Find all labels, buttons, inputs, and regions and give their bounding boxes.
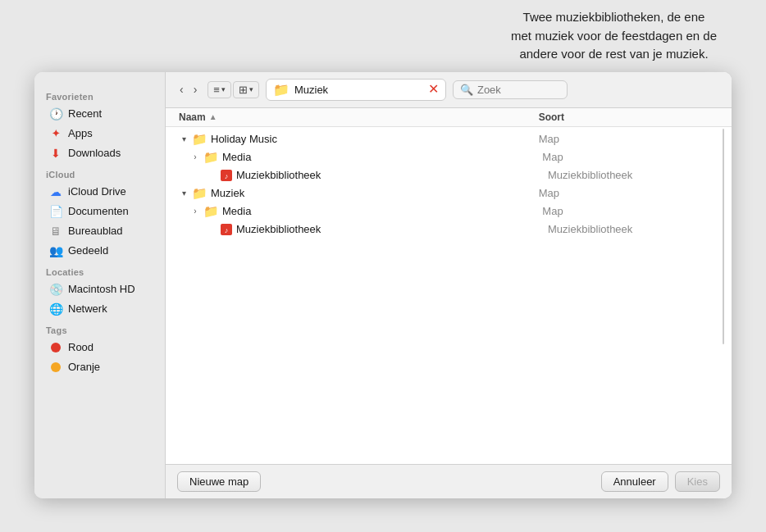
- sidebar-item-documenten-label: Documenten: [68, 205, 129, 217]
- sidebar-item-tag-oranje[interactable]: Oranje: [38, 358, 162, 376]
- table-row[interactable]: ▾ 📁 Holiday Music Map: [166, 130, 732, 148]
- file-name: Muziekbibliotheek: [236, 169, 321, 181]
- documenten-icon: 📄: [49, 205, 62, 218]
- grid-view-icon: ⊞: [239, 84, 248, 96]
- sidebar-item-tag-oranje-label: Oranje: [68, 361, 100, 373]
- forward-button[interactable]: ›: [189, 81, 202, 98]
- scrollbar-track: [723, 129, 724, 344]
- sidebar-item-macintosh-hd-label: Macintosh HD: [68, 283, 135, 295]
- sidebar-item-downloads[interactable]: ⬇ Downloads: [38, 144, 162, 162]
- table-row[interactable]: ♪ Muziekbibliotheek Muziekbibliotheek: [166, 221, 732, 239]
- folder-icon: 📁: [203, 150, 219, 165]
- list-view-icon: ≡: [213, 84, 220, 96]
- sidebar-item-netwerk-label: Netwerk: [68, 302, 107, 315]
- sidebar-item-tag-rood[interactable]: Rood: [38, 339, 162, 357]
- sidebar-item-bureaublad-label: Bureaublad: [68, 225, 123, 237]
- file-name: Media: [222, 205, 251, 217]
- file-name-cell: › 📁 Media: [190, 150, 542, 165]
- sidebar-item-gedeeld-label: Gedeeld: [68, 244, 108, 257]
- back-button[interactable]: ‹: [176, 81, 188, 98]
- file-name-cell: ♪ Muziekbibliotheek: [207, 223, 548, 236]
- rood-tag-dot: [49, 341, 62, 354]
- location-label: Muziek: [294, 84, 423, 96]
- table-row[interactable]: › 📁 Media Map: [166, 202, 732, 221]
- sidebar-item-bureaublad[interactable]: 🖥 Bureaublad: [38, 222, 162, 240]
- disclosure-triangle[interactable]: ▾: [179, 134, 189, 143]
- scrollbar-bracket: [720, 127, 727, 346]
- table-row[interactable]: ♪ Muziekbibliotheek Muziekbibliotheek: [166, 166, 732, 184]
- disclosure-triangle[interactable]: ▾: [179, 189, 189, 198]
- sidebar-item-macintosh-hd[interactable]: 💿 Macintosh HD: [38, 280, 162, 298]
- disclosure-triangle[interactable]: ›: [190, 207, 200, 216]
- music-library-icon: ♪: [220, 169, 233, 182]
- file-name-cell: ♪ Muziekbibliotheek: [207, 169, 548, 182]
- file-list-header: Naam ▲ Soort: [166, 108, 732, 127]
- list-view-dropdown-arrow: ▾: [221, 85, 226, 93]
- file-type: Map: [539, 187, 718, 199]
- file-list: ▾ 📁 Holiday Music Map › 📁 Media Map: [166, 127, 732, 464]
- sidebar-item-apps-label: Apps: [68, 127, 93, 139]
- sidebar-item-downloads-label: Downloads: [68, 147, 121, 159]
- list-view-button[interactable]: ≡ ▾: [207, 81, 231, 98]
- favorites-section-label: Favorieten: [34, 85, 165, 104]
- column-header-name[interactable]: Naam ▲: [179, 111, 539, 123]
- file-type: Map: [539, 133, 718, 145]
- file-type: Map: [542, 151, 718, 163]
- svg-text:♪: ♪: [225, 226, 229, 234]
- grid-view-button[interactable]: ⊞ ▾: [233, 81, 259, 98]
- bureaublad-icon: 🖥: [49, 225, 62, 238]
- folder-icon: 📁: [192, 186, 207, 201]
- folder-icon: 📁: [192, 132, 207, 147]
- toolbar: ‹ › ≡ ▾ ⊞ ▾ 📁 Muziek ✕: [166, 72, 732, 108]
- sidebar-item-recent[interactable]: 🕐 Recent: [38, 105, 162, 123]
- music-library-icon: ♪: [220, 223, 233, 236]
- file-name-cell: ▾ 📁 Holiday Music: [179, 132, 539, 147]
- column-header-sort[interactable]: Soort: [539, 111, 718, 123]
- finder-window: Favorieten 🕐 Recent ✦ Apps ⬇ Downloads i…: [34, 72, 732, 498]
- view-buttons: ≡ ▾ ⊞ ▾: [207, 81, 259, 98]
- file-name-cell: › 📁 Media: [190, 204, 542, 219]
- cancel-button[interactable]: Annuleer: [601, 471, 668, 492]
- main-content: ‹ › ≡ ▾ ⊞ ▾ 📁 Muziek ✕: [166, 72, 732, 498]
- search-icon: 🔍: [460, 84, 473, 96]
- file-name: Muziekbibliotheek: [236, 223, 321, 235]
- sidebar-item-icloud-drive[interactable]: ☁ iCloud Drive: [38, 183, 162, 201]
- file-type: Map: [542, 205, 718, 217]
- locations-section-label: Locaties: [34, 261, 165, 280]
- tooltip-line3: andere voor de rest van je muziek.: [519, 47, 708, 61]
- gedeeld-icon: 👥: [49, 244, 62, 257]
- sidebar-item-gedeeld[interactable]: 👥 Gedeeld: [38, 242, 162, 260]
- sidebar-item-apps[interactable]: ✦ Apps: [38, 125, 162, 143]
- svg-text:♪: ♪: [225, 172, 229, 180]
- file-name: Muziek: [211, 187, 244, 199]
- tooltip-area: Twee muziekbibliotheken, de ene met muzi…: [511, 8, 717, 64]
- choose-button[interactable]: Kies: [675, 471, 720, 492]
- file-type: Muziekbibliotheek: [548, 223, 718, 235]
- downloads-icon: ⬇: [49, 147, 62, 160]
- bottom-bar: Nieuwe map Annuleer Kies: [166, 464, 732, 498]
- icloud-section-label: iCloud: [34, 163, 165, 182]
- disclosure-triangle[interactable]: ›: [190, 152, 200, 161]
- new-folder-button[interactable]: Nieuwe map: [177, 471, 261, 492]
- sidebar-item-netwerk[interactable]: 🌐 Netwerk: [38, 300, 162, 318]
- macintosh-hd-icon: 💿: [49, 283, 62, 296]
- file-name-cell: ▾ 📁 Muziek: [179, 186, 539, 201]
- tags-section-label: Tags: [34, 319, 165, 338]
- file-type: Muziekbibliotheek: [548, 169, 718, 181]
- sidebar-item-icloud-drive-label: iCloud Drive: [68, 185, 126, 198]
- location-folder-icon: 📁: [273, 82, 290, 98]
- clock-icon: 🕐: [49, 107, 62, 120]
- file-name: Media: [222, 151, 251, 163]
- table-row[interactable]: › 📁 Media Map: [166, 148, 732, 166]
- tooltip-line1: Twee muziekbibliotheken, de ene: [523, 10, 705, 24]
- search-bar[interactable]: 🔍: [453, 80, 568, 99]
- location-clear-button[interactable]: ✕: [428, 83, 439, 96]
- tooltip-line2: met muziek voor de feestdagen en de: [511, 29, 717, 43]
- search-input[interactable]: [477, 84, 559, 96]
- oranje-tag-dot: [49, 361, 62, 374]
- sidebar-item-documenten[interactable]: 📄 Documenten: [38, 202, 162, 221]
- file-name: Holiday Music: [211, 133, 277, 145]
- table-row[interactable]: ▾ 📁 Muziek Map: [166, 184, 732, 202]
- sidebar-item-recent-label: Recent: [68, 107, 102, 120]
- sort-arrow-icon: ▲: [209, 112, 217, 121]
